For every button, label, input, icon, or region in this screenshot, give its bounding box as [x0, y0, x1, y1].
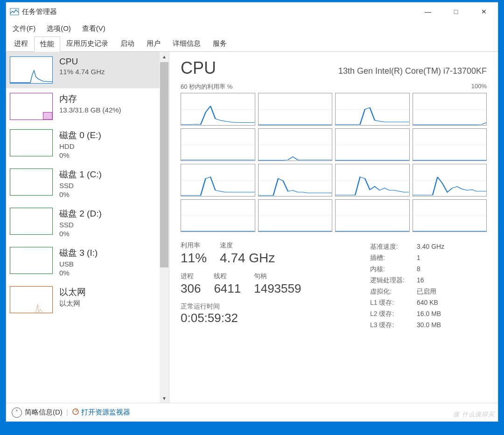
main-panel: CPU 13th Gen Intel(R) Core(TM) i7-13700K…: [169, 52, 498, 403]
stat-row-2: 进程306线程6411句柄1493559: [181, 272, 356, 296]
content-area: CPU 11% 4.74 GHz 内存 13.3/31.8 GB (42%): [6, 52, 498, 403]
stat-value: 4.74 GHz: [220, 251, 275, 266]
sidebar-item-disk2[interactable]: 磁盘 2 (D:) SSD 0%: [6, 203, 160, 242]
detail-label: 逻辑处理器:: [370, 276, 417, 285]
stat-block: 进程306: [181, 272, 201, 296]
scroll-down-arrow-icon[interactable]: ▼: [160, 393, 169, 403]
disk1-thumbnail-chart: [10, 168, 53, 196]
detail-label: L1 缓存:: [370, 299, 417, 307]
cpu-model-name: 13th Gen Intel(R) Core(TM) i7-13700KF: [338, 66, 487, 76]
sidebar-disk1-sub2: 0%: [59, 190, 102, 198]
stat-block: 线程6411: [214, 272, 241, 296]
tab-bar: 进程 性能 应用历史记录 启动 用户 详细信息 服务: [6, 36, 498, 52]
tab-performance[interactable]: 性能: [34, 36, 60, 52]
scrollbar-thumb[interactable]: [160, 62, 168, 267]
detail-value: 640 KB: [417, 299, 438, 307]
tab-services[interactable]: 服务: [207, 36, 233, 51]
stat-block: 利用率11%: [181, 241, 207, 266]
stat-value: 1493559: [254, 281, 301, 296]
detail-row: L3 缓存:30.0 MB: [370, 320, 487, 331]
stat-value: 6411: [214, 281, 241, 296]
tab-startup[interactable]: 启动: [114, 36, 140, 51]
detail-value: 30.0 MB: [417, 321, 441, 330]
sidebar-disk1-title: 磁盘 1 (C:): [59, 168, 102, 181]
detail-label: 虚拟化:: [370, 288, 417, 296]
core-chart-2: [335, 93, 410, 126]
maximize-button[interactable]: □: [442, 2, 470, 21]
detail-label: L2 缓存:: [370, 310, 417, 318]
menu-view[interactable]: 查看(V): [79, 23, 108, 34]
footer-bar: ˄ 简略信息(D) | 打开资源监视器: [6, 403, 498, 421]
sidebar-disk0-title: 磁盘 0 (E:): [59, 129, 101, 141]
sidebar-disk2-sub1: SSD: [59, 221, 102, 229]
sidebar-item-disk3[interactable]: 磁盘 3 (I:) USB 0%: [6, 242, 160, 281]
stat-row-1: 利用率11%速度4.74 GHz: [181, 241, 356, 266]
stats-area: 利用率11%速度4.74 GHz 进程306线程6411句柄1493559 正常…: [181, 241, 487, 331]
window-controls: — □ ✕: [414, 2, 498, 21]
chart-label-right: 100%: [471, 83, 487, 91]
menu-options[interactable]: 选项(O): [44, 23, 74, 34]
detail-value: 16.0 MB: [417, 310, 441, 318]
close-button[interactable]: ✕: [470, 2, 498, 21]
detail-row: 插槽:1: [370, 253, 487, 264]
core-chart-13: [258, 199, 333, 232]
tab-details[interactable]: 详细信息: [167, 36, 207, 51]
tab-users[interactable]: 用户: [140, 36, 167, 51]
sidebar-item-ethernet[interactable]: 以太网 以太网: [6, 281, 160, 318]
main-header: CPU 13th Gen Intel(R) Core(TM) i7-13700K…: [181, 58, 487, 78]
sidebar-scrollbar[interactable]: ▲ ▼: [160, 52, 169, 403]
core-chart-7: [413, 128, 487, 161]
detail-value: 3.40 GHz: [417, 243, 444, 251]
stats-right-column: 基准速度:3.40 GHz插槽:1内核:8逻辑处理器:16虚拟化:已启用L1 缓…: [370, 241, 487, 331]
sidebar-item-disk1[interactable]: 磁盘 1 (C:) SSD 0%: [6, 164, 160, 203]
sidebar-list: CPU 11% 4.74 GHz 内存 13.3/31.8 GB (42%): [6, 52, 169, 318]
stat-label: 句柄: [254, 272, 301, 281]
detail-label: 内核:: [370, 265, 417, 274]
sidebar-disk3-sub2: 0%: [59, 269, 98, 277]
memory-thumbnail-chart: [10, 93, 53, 120]
detail-value: 已启用: [417, 288, 436, 296]
cpu-core-grid[interactable]: [181, 93, 487, 232]
core-chart-15: [413, 199, 487, 232]
detail-label: 基准速度:: [370, 243, 417, 251]
core-chart-6: [335, 128, 410, 161]
main-title: CPU: [181, 58, 216, 78]
core-chart-0: [181, 93, 255, 126]
stats-left-column: 利用率11%速度4.74 GHz 进程306线程6411句柄1493559 正常…: [181, 241, 356, 331]
stat-block: 速度4.74 GHz: [220, 241, 275, 266]
tab-processes[interactable]: 进程: [8, 36, 34, 51]
minimize-button[interactable]: —: [414, 2, 442, 21]
sidebar-disk2-title: 磁盘 2 (D:): [59, 208, 102, 220]
collapse-details-button[interactable]: ˄ 简略信息(D): [12, 407, 63, 418]
sidebar-item-cpu[interactable]: CPU 11% 4.74 GHz: [6, 52, 160, 88]
svg-line-3: [76, 410, 77, 412]
sidebar-memory-sub: 13.3/31.8 GB (42%): [59, 106, 121, 114]
detail-row: L2 缓存:16.0 MB: [370, 309, 487, 320]
core-chart-8: [181, 164, 255, 196]
ethernet-thumbnail-chart: [10, 286, 53, 313]
detail-label: L3 缓存:: [370, 321, 417, 330]
sidebar-disk0-sub2: 0%: [59, 151, 101, 159]
disk0-thumbnail-chart: [10, 129, 53, 156]
core-chart-9: [258, 164, 333, 196]
task-manager-window: 任务管理器 — □ ✕ 文件(F) 选项(O) 查看(V) 进程 性能 应用历史…: [6, 2, 498, 422]
stat-label: 线程: [214, 272, 241, 281]
sidebar-memory-title: 内存: [59, 93, 121, 105]
sidebar-eth-sub: 以太网: [59, 299, 86, 308]
window-title: 任务管理器: [22, 7, 414, 16]
chart-label-left: 60 秒内的利用率 %: [181, 83, 232, 91]
uptime-value: 0:05:59:32: [181, 311, 356, 325]
sidebar-disk3-title: 磁盘 3 (I:): [59, 247, 98, 259]
svg-rect-1: [43, 112, 52, 119]
open-resource-monitor-link[interactable]: 打开资源监视器: [72, 408, 130, 417]
sidebar-disk3-sub1: USB: [59, 260, 98, 268]
sidebar-item-disk0[interactable]: 磁盘 0 (E:) HDD 0%: [6, 125, 160, 164]
sidebar-disk2-sub2: 0%: [59, 230, 102, 238]
tab-app-history[interactable]: 应用历史记录: [60, 36, 114, 51]
titlebar[interactable]: 任务管理器 — □ ✕: [6, 2, 498, 21]
scroll-up-arrow-icon[interactable]: ▲: [160, 52, 169, 61]
core-chart-4: [181, 128, 255, 161]
sidebar-item-memory[interactable]: 内存 13.3/31.8 GB (42%): [6, 88, 160, 125]
core-chart-3: [413, 93, 487, 126]
menu-file[interactable]: 文件(F): [10, 23, 38, 34]
